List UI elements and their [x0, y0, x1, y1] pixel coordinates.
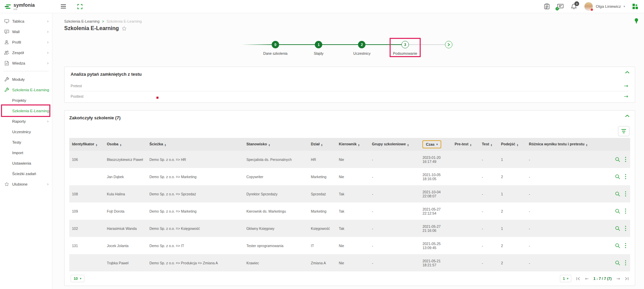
stepper: 0Dane szkolenia1Slajdy2Uczestnicy3Podsum…	[242, 40, 458, 62]
czas-time: 13:09:45	[422, 246, 449, 250]
magnifier-icon[interactable]	[615, 243, 620, 248]
cell-pretest	[452, 151, 479, 168]
cell-id: 108	[69, 185, 104, 202]
sidebar-item-import[interactable]: Import	[0, 147, 52, 158]
cell-id: 106	[69, 151, 104, 168]
page-size-select[interactable]: 10 ▾	[71, 275, 84, 282]
chevron-right-icon: ›	[47, 29, 49, 34]
favorite-star-icon[interactable]	[122, 26, 127, 31]
tasks-icon[interactable]	[544, 3, 550, 9]
hamburger-menu-icon[interactable]	[59, 3, 67, 10]
sidebar-item-szkolenia-e-learning[interactable]: Szkolenia E-Learning	[0, 105, 52, 116]
column-header-grupy[interactable]: Grupy szkoleniowe▴▾	[369, 138, 420, 151]
kebab-menu-icon[interactable]	[625, 157, 626, 162]
czas-time: 22:08:07	[422, 194, 449, 198]
cell-dzial: Zmiana A	[308, 254, 336, 271]
sidebar-item-wiedza[interactable]: Wiedza›	[0, 58, 52, 68]
fullscreen-icon[interactable]	[77, 4, 82, 9]
sidebar-item-szkolenia-e-learning[interactable]: Szkolenia E-Learning	[0, 85, 52, 95]
page-select[interactable]: 1 ▾	[560, 275, 572, 282]
sort-both-icon: ▴▾	[586, 144, 587, 147]
sidebar-item-sciezki-zadan[interactable]: Ścieżki zadań	[0, 168, 52, 179]
next-page-button[interactable]: →	[616, 276, 620, 281]
column-header-podejsc[interactable]: Podejść▴▾	[498, 138, 526, 151]
table-row: 108Kula HalinaDemo Sp. z o.o. => Sprzeda…	[69, 185, 630, 202]
sidebar-item-label: Szkolenia E-Learning	[12, 88, 49, 92]
breadcrumb-current: Szkolenia E-Learning	[106, 19, 142, 23]
sort-both-icon: ▴▾	[407, 144, 408, 147]
cell-id	[69, 168, 104, 185]
sidebar-item-moduly[interactable]: Moduły	[0, 74, 52, 85]
column-header-dzial[interactable]: Dział▴▾	[308, 138, 336, 151]
kebab-menu-icon[interactable]	[625, 209, 626, 214]
cell-roznica: -	[526, 202, 592, 220]
sidebar-item-tablica[interactable]: Tablica›	[0, 16, 52, 26]
kebab-menu-icon[interactable]	[625, 243, 626, 248]
kebab-menu-icon[interactable]	[625, 174, 626, 179]
table-row: 102Harasimiuk WandaDemo Sp. z o.o. => Ks…	[69, 220, 630, 237]
previous-page-button[interactable]: ←	[585, 276, 589, 281]
sidebar-item-projekty[interactable]: Projekty	[0, 95, 52, 105]
breadcrumb-parent[interactable]: Szkolenia E-Learning	[64, 19, 100, 23]
sidebar-item-raporty[interactable]: Raporty›	[0, 116, 52, 126]
stepper-step-dane-szkolenia[interactable]: 0Dane szkolenia	[263, 41, 288, 55]
cell-stanowisko: Krawiec	[244, 254, 308, 271]
apps-grid-icon[interactable]	[633, 4, 638, 9]
magnifier-icon[interactable]	[615, 209, 620, 214]
kebab-menu-icon[interactable]	[625, 191, 626, 197]
collapse-chevron-up-icon[interactable]	[625, 115, 629, 117]
first-page-button[interactable]	[576, 277, 580, 281]
kebab-menu-icon[interactable]	[625, 260, 626, 266]
cell-pretest	[452, 220, 479, 237]
column-label: Różnica wyniku testu i pretestu	[529, 142, 584, 146]
column-header-sciezka[interactable]: Ścieżka▴▾	[147, 138, 244, 151]
stepper-step-uczestnicy[interactable]: 2Uczestnicy	[353, 41, 371, 55]
last-page-button[interactable]	[625, 277, 629, 281]
arrow-right-icon[interactable]: →	[624, 83, 628, 89]
collapse-chevron-up-icon[interactable]	[625, 71, 629, 74]
sidebar-item-wall[interactable]: Wall›	[0, 26, 52, 37]
column-header-id[interactable]: Identyfikator▴▾	[69, 138, 104, 151]
sidebar-item-ulubione[interactable]: Ulubione›	[0, 179, 52, 189]
chat-icon[interactable]: ✓	[557, 4, 564, 9]
sidebar-item-ustawienia[interactable]: Ustawienia	[0, 158, 52, 168]
cell-podejsc: 2	[498, 237, 526, 254]
column-header-kierownik[interactable]: Kierownik▴▾	[336, 138, 369, 151]
column-header-roznica[interactable]: Różnica wyniku testu i pretestu▴▾	[526, 138, 592, 151]
kebab-menu-icon[interactable]	[625, 226, 626, 231]
cell-czas: 2021-05-2721:16:06	[420, 220, 452, 237]
lightbulb-icon[interactable]	[634, 18, 639, 24]
column-label: Podejść	[501, 142, 515, 146]
bell-icon[interactable]: 6	[571, 3, 577, 9]
column-header-stanowisko[interactable]: Stanowisko▴▾	[244, 138, 308, 151]
sidebar-item-uczestnicy[interactable]: Uczestnicy	[0, 126, 52, 137]
stepper-next-icon[interactable]	[445, 41, 452, 48]
column-header-test[interactable]: Test▴▾	[479, 138, 498, 151]
magnifier-icon[interactable]	[615, 260, 620, 266]
profile-icon	[4, 40, 9, 44]
chevron-down-icon: ▾	[80, 277, 81, 280]
sidebar-item-profil[interactable]: Profil›	[0, 37, 52, 47]
column-header-osoba[interactable]: Osoba▴▾	[104, 138, 147, 151]
cell-roznica: -	[526, 185, 592, 202]
cell-dzial: Marketing	[308, 202, 336, 220]
sidebar-item-testy[interactable]: Testy	[0, 137, 52, 147]
column-label: Grupy szkoleniowe	[372, 142, 406, 146]
stepper-step-podsumowanie[interactable]: 3Podsumowanie	[393, 41, 417, 55]
cell-sciezka: Demo Sp. z o.o. => Sprzedaż	[147, 185, 244, 202]
magnifier-icon[interactable]	[615, 226, 620, 231]
magnifier-icon[interactable]	[615, 191, 620, 197]
cell-stanowisko: Copywriter	[244, 168, 308, 185]
magnifier-icon[interactable]	[615, 157, 620, 162]
magnifier-icon[interactable]	[615, 174, 620, 179]
column-header-pretest[interactable]: Pre-test▴▾	[452, 138, 479, 151]
column-header-czas[interactable]: Czas▾	[420, 138, 452, 151]
filter-button[interactable]	[618, 126, 629, 136]
symfonia-logo[interactable]: symfonia HR	[0, 3, 51, 10]
sidebar-item-zespol[interactable]: Zespół›	[0, 47, 52, 58]
user-menu[interactable]: Olga Liniewicz ▾	[584, 2, 625, 11]
annotation-red-dot	[156, 97, 158, 99]
stepper-step-slajdy[interactable]: 1Slajdy	[314, 41, 324, 55]
arrow-right-icon[interactable]: →	[624, 93, 628, 99]
step-label: Podsumowanie	[393, 51, 417, 55]
